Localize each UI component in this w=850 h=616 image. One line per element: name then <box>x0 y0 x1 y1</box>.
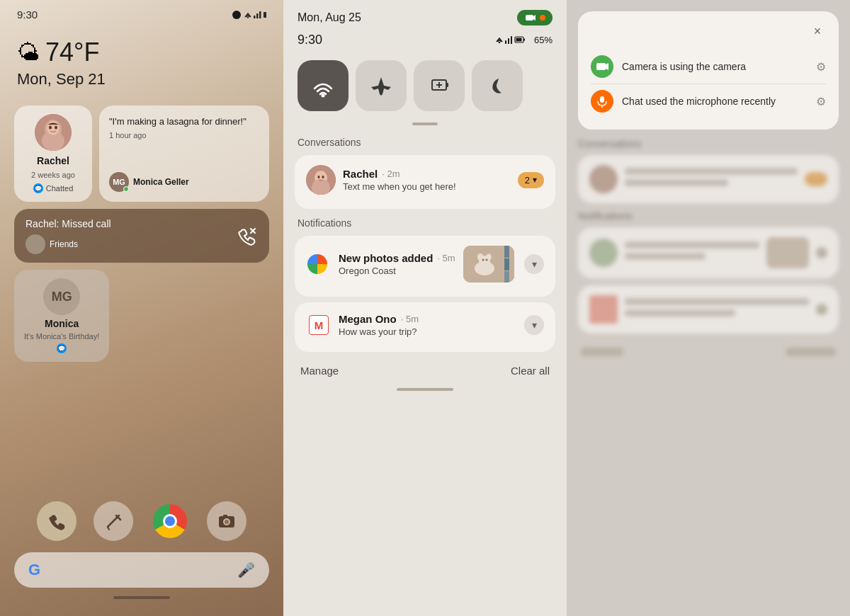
camera-settings-gear[interactable]: ⚙ <box>816 60 826 74</box>
svg-point-30 <box>322 94 325 98</box>
mic-privacy-item: Chat used the microphone recently ⚙ <box>591 84 826 118</box>
camera-popup-icon <box>595 59 609 74</box>
airplane-tile[interactable] <box>356 60 407 111</box>
camera-icon <box>217 511 237 531</box>
shade-status-bar: Mon, Aug 25 <box>283 0 567 30</box>
camera-privacy-item: Camera is using the camera ⚙ <box>591 50 826 84</box>
svg-point-0 <box>247 16 249 18</box>
widget-row-1: Rachel 2 weeks ago 💬 Chatted "I'm making… <box>14 105 269 202</box>
popup-header: × <box>591 23 826 40</box>
home-screen: 9:30 🌤 74°F Mon, Sep 21 <box>0 0 283 616</box>
monica-messenger-icon: 💬 <box>57 343 67 353</box>
wifi-icon <box>310 73 336 98</box>
photos-expand-btn[interactable]: ▾ <box>524 254 544 274</box>
rachel-notif-face <box>306 165 336 195</box>
camera-dock-icon[interactable] <box>207 501 246 541</box>
blurred-photos-line-2 <box>625 253 706 260</box>
dock-section: G 🎤 <box>14 501 269 616</box>
gmail-expand-btn[interactable]: ▾ <box>524 315 544 335</box>
photos-notif-title: New photos added <box>339 252 433 264</box>
battery-saver-icon <box>426 73 452 98</box>
svg-rect-47 <box>504 246 509 258</box>
blurred-gmail-card <box>578 285 839 333</box>
signal-wifi-battery-icons <box>244 10 266 20</box>
privacy-panel: × Camera is using the camera ⚙ <box>567 0 850 616</box>
search-mic-icon[interactable]: 🎤 <box>237 561 255 578</box>
shade-signal-icons <box>496 35 531 46</box>
expand-chevron: ▾ <box>533 175 537 185</box>
phone-dock-icon[interactable] <box>37 501 76 541</box>
chrome-dock-icon[interactable] <box>150 501 190 541</box>
camera-mic-pill[interactable] <box>517 10 552 25</box>
rachel-avatar-face <box>306 165 336 195</box>
mic-settings-gear[interactable]: ⚙ <box>816 95 826 108</box>
phone-icon <box>47 511 67 531</box>
gmail-notif-content: Megan Ono · 5m How was your trip? <box>339 313 517 337</box>
shade-handle <box>412 122 438 125</box>
svg-point-11 <box>55 126 57 130</box>
svg-rect-50 <box>596 63 606 70</box>
blurred-rachel-lines <box>625 168 798 190</box>
blurred-chevron-2 <box>816 304 827 315</box>
notification-shade: Mon, Aug 25 9:30 <box>283 0 567 616</box>
photos-notif-subtitle: Oregon Coast <box>339 266 456 276</box>
home-indicator <box>113 596 170 599</box>
gmail-notification-card[interactable]: M Megan Ono · 5m How was your trip? ▾ <box>295 302 555 352</box>
dock-icons <box>14 501 269 541</box>
monica-action: 💬 <box>57 343 67 353</box>
wifi-tile[interactable] <box>298 60 348 111</box>
blurred-rachel-card <box>578 155 839 203</box>
svg-rect-20 <box>223 515 227 517</box>
photos-notif-name-row: New photos added · 5m <box>339 252 456 264</box>
monica-quote-avatar: MG <box>109 172 129 192</box>
privacy-popup: × Camera is using the camera ⚙ <box>578 11 839 130</box>
google-g: G <box>28 561 40 579</box>
blurred-gmail-avatar <box>589 295 618 324</box>
home-status-icons <box>232 10 266 20</box>
blurred-line-2 <box>625 179 728 186</box>
search-bar[interactable]: G 🎤 <box>14 552 269 588</box>
gmail-notif-time: · 5m <box>401 314 419 324</box>
photos-thumbnail <box>463 246 514 283</box>
google-photos-icon <box>307 254 327 274</box>
online-dot <box>123 186 129 192</box>
manage-button[interactable]: Manage <box>300 365 339 377</box>
monica-name: Monica <box>45 318 79 329</box>
blurred-footer <box>578 341 839 363</box>
moon-icon <box>484 73 510 98</box>
weather-temperature: 74°F <box>45 38 99 67</box>
shade-signal: 65% <box>496 35 552 46</box>
gmail-notif-header: M Megan Ono · 5m How was your trip? ▾ <box>306 312 544 338</box>
pen-dock-icon[interactable] <box>94 501 133 541</box>
rachel-expand-btn[interactable]: 2 ▾ <box>518 172 544 188</box>
svg-rect-26 <box>511 36 512 44</box>
popup-close-button[interactable]: × <box>809 23 826 40</box>
quote-widget[interactable]: "I'm making a lasagna for dinner!" 1 hou… <box>99 105 269 202</box>
monica-widget[interactable]: MG Monica It's Monica's Birthday! 💬 <box>14 270 109 362</box>
svg-point-10 <box>49 126 52 130</box>
conversation-rachel-card[interactable]: Rachel · 2m Text me when you get here! 2… <box>295 155 555 209</box>
weather-row: 🌤 74°F <box>17 38 266 67</box>
svg-rect-25 <box>508 38 509 44</box>
svg-marker-22 <box>533 15 536 21</box>
home-time: 9:30 <box>17 8 38 21</box>
airplane-icon <box>368 73 394 98</box>
clear-all-button[interactable]: Clear all <box>511 365 550 377</box>
gmail-m-icon: M <box>309 315 329 335</box>
gmail-notif-name-row: Megan Ono · 5m <box>339 313 517 325</box>
photos-notification-card[interactable]: New photos added · 5m Oregon Coast <box>295 236 555 297</box>
svg-rect-48 <box>504 258 509 270</box>
rachel-widget[interactable]: Rachel 2 weeks ago 💬 Chatted <box>14 105 92 202</box>
missed-call-widget[interactable]: Rachel: Missed call Friends <box>14 209 269 263</box>
blurred-background-content: Conversations Notifications <box>567 130 850 616</box>
blurred-chevron-1 <box>816 247 827 258</box>
photos-notif-time: · 5m <box>437 253 455 263</box>
svg-point-45 <box>482 259 484 261</box>
battery-tile[interactable] <box>414 60 465 111</box>
svg-point-23 <box>499 41 500 42</box>
notifications-label: Notifications <box>283 212 567 233</box>
svg-rect-32 <box>446 83 448 87</box>
gmail-sender-name: Megan Ono <box>339 313 397 325</box>
svg-point-38 <box>318 176 320 178</box>
dnd-tile[interactable] <box>472 60 523 111</box>
